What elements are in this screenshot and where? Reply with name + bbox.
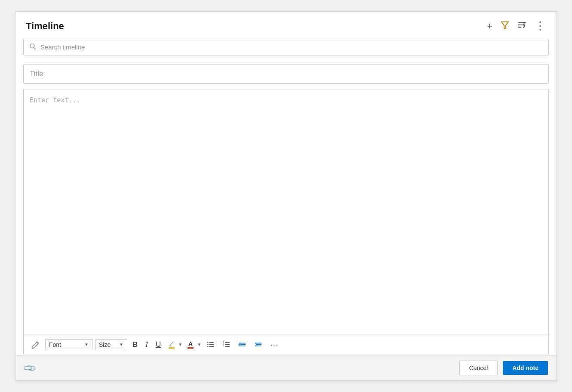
svg-point-11	[207, 342, 208, 343]
highlight-button[interactable]: ∕	[166, 339, 177, 350]
attach-icon[interactable]: 📎	[22, 361, 37, 376]
add-note-button[interactable]: Add note	[503, 361, 548, 375]
svg-point-12	[207, 344, 208, 345]
timeline-panel: Timeline + ⋮	[15, 11, 557, 381]
increase-indent-button[interactable]	[252, 339, 265, 350]
search-bar	[23, 39, 549, 55]
underline-button[interactable]: U	[153, 339, 163, 351]
size-label: Size	[99, 341, 111, 348]
font-label: Font	[49, 341, 61, 348]
cancel-button[interactable]: Cancel	[459, 361, 498, 375]
filter-icon[interactable]	[500, 20, 510, 32]
font-color-icon: A	[188, 341, 194, 349]
svg-marker-0	[501, 21, 509, 28]
font-color-button[interactable]: A	[185, 339, 196, 350]
footer-left: 📎	[24, 363, 35, 373]
header-icons: + ⋮	[487, 19, 546, 33]
bullet-list-button[interactable]	[204, 339, 217, 350]
highlight-icon: ∕	[169, 340, 175, 349]
font-dropdown-arrow: ▼	[84, 342, 89, 347]
text-area-wrap: Font ▼ Size ▼ B I U ∕	[23, 89, 549, 355]
numbered-list-button[interactable]: 1 2 3	[220, 339, 233, 350]
title-field-wrap	[23, 64, 549, 84]
text-area[interactable]	[24, 89, 548, 334]
size-dropdown-arrow: ▼	[119, 342, 123, 347]
more-icon[interactable]: ⋮	[535, 19, 546, 33]
panel-title: Timeline	[26, 21, 64, 32]
svg-text:3: 3	[223, 346, 224, 348]
svg-point-13	[207, 346, 208, 347]
font-dropdown[interactable]: Font ▼	[45, 339, 92, 350]
decrease-indent-button[interactable]	[236, 339, 249, 350]
panel-header: Timeline + ⋮	[15, 12, 557, 39]
sort-icon[interactable]	[517, 20, 527, 32]
search-icon	[29, 43, 36, 52]
highlight-dropdown-arrow[interactable]: ▼	[178, 342, 182, 347]
formatting-toolbar: Font ▼ Size ▼ B I U ∕	[24, 334, 548, 355]
add-icon[interactable]: +	[487, 21, 492, 32]
more-formatting-button[interactable]: ···	[268, 338, 281, 351]
svg-line-6	[34, 48, 36, 49]
footer-right: Cancel Add note	[459, 361, 548, 375]
font-color-dropdown-arrow[interactable]: ▼	[197, 342, 201, 347]
size-dropdown[interactable]: Size ▼	[95, 339, 127, 350]
panel-footer: 📎 Cancel Add note	[15, 355, 557, 380]
italic-button[interactable]: I	[143, 339, 151, 351]
title-input[interactable]	[24, 64, 548, 83]
search-input[interactable]	[40, 43, 543, 51]
clear-format-button[interactable]	[29, 339, 43, 351]
bold-button[interactable]: B	[130, 339, 140, 351]
